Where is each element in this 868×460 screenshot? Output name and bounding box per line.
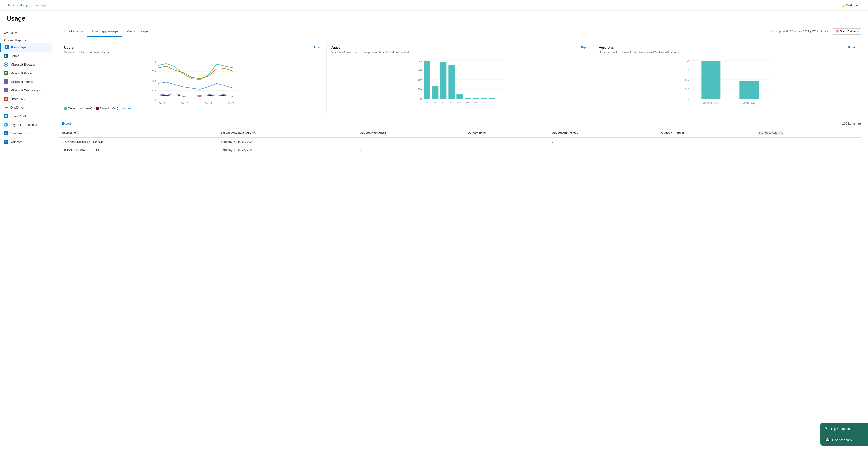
row2-windows: √ [357, 146, 465, 154]
svg-text:Outlook (Micros...: Outlook (Micros... [703, 102, 719, 104]
viva-icon: VL [4, 131, 8, 135]
sharepoint-icon: S [4, 114, 8, 118]
items-count: 100 items [842, 122, 856, 125]
sidebar-item-microsoft-project[interactable]: P Microsoft Project [0, 69, 52, 77]
col-outlook-web: Outlook on the web [549, 128, 658, 138]
svg-text:0: 0 [688, 98, 689, 100]
row2-mobile [658, 146, 755, 154]
sidebar-item-skype-label: Skype for Business [10, 123, 37, 126]
breadcrumb-usage[interactable]: Usage [20, 3, 29, 7]
sidebar-item-teams-label: Microsoft Teams [10, 80, 33, 84]
svg-text:260: 260 [685, 88, 689, 91]
legend-item-outlook-windows: Outlook (Windows) [64, 107, 92, 110]
row1-last-activity: Saturday, 7 January 2023 [218, 138, 357, 146]
sidebar-item-overview[interactable]: Overview [0, 29, 52, 37]
header: Home › Usage › Exchange 🌙 Dark mode [0, 0, 868, 10]
row1-extra [755, 138, 861, 146]
row1-web: √ [549, 138, 658, 146]
svg-text:F: F [5, 55, 7, 57]
dark-mode-label: Dark mode [846, 3, 861, 7]
table-export-button[interactable]: ↓ Export [59, 122, 71, 125]
sidebar-product-reports-title: Product Reports [0, 37, 52, 43]
sidebar-item-forms-label: Forms [10, 54, 19, 58]
row2-last-activity: Saturday, 7 January 2023 [218, 146, 357, 154]
svg-text:POP3...: POP3... [480, 101, 487, 103]
legend-color-outlook-windows [64, 107, 67, 110]
date-range-button[interactable]: 📅 Past 30 days ▾ [833, 28, 861, 35]
sidebar-item-office365[interactable]: O Office 365 [0, 94, 52, 103]
table-right-controls: 100 items ☰ [842, 121, 861, 126]
col-last-activity-info[interactable]: ⓘ [253, 131, 256, 134]
col-outlook-mac: Outlook (Mac) [465, 128, 549, 138]
choose-columns-button[interactable]: ⊞ Choose columns [758, 131, 783, 135]
sidebar-item-forms[interactable]: F Forms [0, 52, 52, 60]
row2-web [549, 146, 658, 154]
legend-item-outlook-mac: Outlook (Mac) [96, 107, 118, 110]
col-outlook-windows: Outlook (Windows) [357, 128, 465, 138]
svg-text:Dec 9: Dec 9 [159, 102, 165, 105]
svg-text:P: P [5, 72, 7, 75]
apps-export-button[interactable]: ↓ Export [579, 46, 589, 49]
sidebar-item-skype[interactable]: S Skype for Business [0, 120, 52, 129]
col-username-label: Username [62, 131, 76, 135]
sidebar-item-microsoft-browser[interactable]: Microsoft Browser [0, 60, 52, 69]
help-link[interactable]: Help [824, 30, 830, 33]
svg-text:Dec 29: Dec 29 [204, 102, 212, 105]
col-last-activity-label: Last activity date (UTC) [221, 131, 252, 135]
svg-text:Outl...: Outl... [433, 101, 438, 103]
row1-mobile [658, 138, 755, 146]
svg-text:VL: VL [4, 132, 7, 135]
versions-chart-title: Versions [599, 45, 614, 50]
users-export-button[interactable]: ↓ Export [311, 46, 322, 49]
choose-columns-label: Choose columns [762, 131, 783, 135]
svg-text:260: 260 [417, 88, 422, 91]
svg-text:770: 770 [417, 69, 422, 71]
table-body: 3DC67DAE1351ACF5E3B57CB Saturday, 7 Janu… [59, 138, 861, 154]
onedrive-icon [4, 105, 8, 110]
row1-username: 3DC67DAE1351ACF5E3B57CB [59, 138, 218, 146]
sidebar-item-onedrive[interactable]: OneDrive [0, 103, 52, 112]
svg-text:510: 510 [417, 79, 422, 81]
svg-text:Y: Y [5, 141, 7, 143]
svg-text:O: O [5, 98, 7, 100]
charts-row: Users ↓ Export Number of daily unique us… [59, 41, 861, 114]
tab-email-activity[interactable]: Email activity [59, 27, 87, 37]
svg-text:0: 0 [155, 99, 156, 102]
sidebar-item-exchange[interactable]: E Exchange [0, 43, 52, 52]
sidebar-item-microsoft-teams[interactable]: T Microsoft Teams [0, 77, 52, 86]
svg-text:Outl...: Outl... [441, 101, 446, 103]
users-export-label: Export [313, 46, 322, 49]
sidebar-item-viva-learning[interactable]: VL Viva Learning [0, 129, 52, 138]
col-username-info[interactable]: ⓘ [76, 131, 79, 134]
row2-mac [465, 146, 549, 154]
content-area: Email activity Email app usage Mailbox u… [53, 27, 868, 154]
breadcrumb-home[interactable]: Home [7, 3, 15, 7]
apps-download-icon: ↓ [579, 46, 580, 49]
row2-extra [755, 146, 861, 154]
svg-text:Mail...: Mail... [465, 101, 470, 103]
sidebar-item-browser-label: Microsoft Browser [10, 63, 35, 66]
skype-icon: S [4, 122, 8, 127]
tab-email-app-usage[interactable]: Email app usage [87, 27, 122, 37]
dark-mode-button[interactable]: 🌙 Dark mode [841, 3, 861, 7]
tab-mailbox-usage[interactable]: Mailbox usage [122, 27, 152, 37]
tabs-right: Last updated: 7 January 2023 (UTC) ? Hel… [771, 28, 861, 35]
sidebar-item-yammer[interactable]: Y Yammer [0, 138, 52, 146]
table-row: 91DBA6ACC58B7CDA6FDD08 Saturday, 7 Janua… [59, 146, 861, 154]
svg-text:1k: 1k [419, 59, 422, 62]
versions-export-button[interactable]: ↓ Export [846, 46, 857, 49]
versions-download-icon: ↓ [846, 46, 847, 49]
sidebar-item-sharepoint[interactable]: S SharePoint [0, 112, 52, 120]
apps-chart-area: 1k 770 510 260 0 [332, 57, 589, 105]
sidebar-item-microsoft-teams-apps[interactable]: TA Microsoft Teams apps [0, 86, 52, 94]
legend-more-link[interactable]: 7 more [122, 107, 131, 110]
svg-text:630: 630 [152, 70, 156, 73]
svg-text:Outl...: Outl... [425, 101, 430, 103]
svg-text:770: 770 [685, 69, 689, 71]
columns-menu-icon[interactable]: ☰ [858, 121, 861, 126]
download-icon: ↓ [311, 46, 312, 49]
table-export-label: Export [62, 122, 71, 125]
svg-rect-74 [702, 61, 721, 99]
breadcrumb: Home › Usage › Exchange [7, 3, 48, 7]
breadcrumb-exchange: Exchange [34, 3, 48, 7]
